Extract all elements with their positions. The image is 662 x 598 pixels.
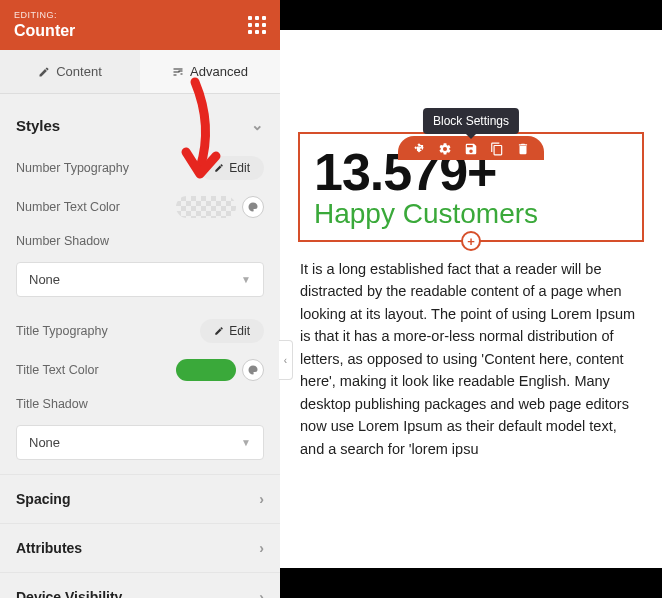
block-title: Counter: [14, 22, 75, 40]
row-title-shadow: Title Shadow: [0, 389, 280, 423]
move-icon[interactable]: [412, 142, 426, 156]
counter-title: Happy Customers: [314, 198, 628, 230]
editing-meta: EDITING:: [14, 10, 75, 20]
title-color-picker-button[interactable]: [242, 359, 264, 381]
settings-sidebar: EDITING: Counter Content Advanced Styles…: [0, 0, 280, 598]
trash-icon[interactable]: [516, 142, 530, 156]
pencil-icon: [38, 66, 50, 78]
section-spacing[interactable]: Spacing ›: [0, 474, 280, 523]
title-color-swatch[interactable]: [176, 359, 236, 381]
add-block-handle[interactable]: +: [461, 231, 481, 251]
palette-icon: [247, 364, 259, 376]
settings-tabs: Content Advanced: [0, 50, 280, 94]
edit-number-typography-button[interactable]: Edit: [200, 156, 264, 180]
tab-advanced[interactable]: Advanced: [140, 50, 280, 93]
gear-icon[interactable]: [438, 142, 452, 156]
row-title-typography: Title Typography Edit: [0, 311, 280, 351]
number-shadow-select[interactable]: None ▼: [16, 262, 264, 297]
caret-down-icon: ▼: [241, 274, 251, 285]
tab-content[interactable]: Content: [0, 50, 140, 93]
row-number-text-color: Number Text Color: [0, 188, 280, 226]
save-icon[interactable]: [464, 142, 478, 156]
collapse-sidebar-handle[interactable]: ‹: [279, 340, 293, 380]
settings-panel: Styles ⌄ Number Typography Edit Number T…: [0, 94, 280, 598]
sidebar-header: EDITING: Counter: [0, 0, 280, 50]
chevron-right-icon: ›: [259, 589, 264, 598]
title-shadow-select[interactable]: None ▼: [16, 425, 264, 460]
pencil-icon: [214, 163, 224, 173]
section-styles[interactable]: Styles ⌄: [0, 98, 280, 148]
section-attributes[interactable]: Attributes ›: [0, 523, 280, 572]
chevron-down-icon: ⌄: [251, 116, 264, 134]
sliders-icon: [172, 66, 184, 78]
palette-icon: [247, 201, 259, 213]
body-paragraph[interactable]: It is a long established fact that a rea…: [280, 242, 662, 476]
number-color-picker-button[interactable]: [242, 196, 264, 218]
chevron-right-icon: ›: [259, 491, 264, 507]
caret-down-icon: ▼: [241, 437, 251, 448]
block-settings-tooltip: Block Settings: [423, 108, 519, 134]
section-device-visibility[interactable]: Device Visibility ›: [0, 572, 280, 598]
pencil-icon: [214, 326, 224, 336]
apps-grid-icon[interactable]: [248, 16, 266, 34]
preview-page: ‹ Block Settings 13.579+ Happy Customers…: [280, 30, 662, 568]
edit-title-typography-button[interactable]: Edit: [200, 319, 264, 343]
copy-icon[interactable]: [490, 142, 504, 156]
row-number-typography: Number Typography Edit: [0, 148, 280, 188]
row-title-text-color: Title Text Color: [0, 351, 280, 389]
block-toolbar: [398, 136, 544, 160]
row-number-shadow: Number Shadow: [0, 226, 280, 260]
number-color-swatch[interactable]: [176, 196, 236, 218]
preview-canvas: ‹ Block Settings 13.579+ Happy Customers…: [280, 0, 662, 598]
chevron-right-icon: ›: [259, 540, 264, 556]
